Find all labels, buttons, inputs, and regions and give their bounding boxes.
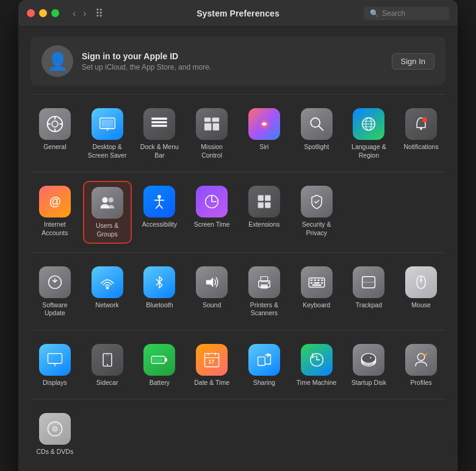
extensions-icon xyxy=(248,186,280,217)
pref-item-extensions[interactable]: Extensions xyxy=(240,181,289,243)
system-preferences-window: ‹ › ⠿ System Preferences 🔍 👤 Sign in to … xyxy=(18,0,458,471)
prefs-grid-section-2: @Internet AccountsUsers & GroupsAccessib… xyxy=(31,177,445,247)
pref-item-datetime[interactable]: 17Date & Time xyxy=(187,339,236,391)
pref-item-bluetooth[interactable]: Bluetooth xyxy=(135,261,184,321)
apple-id-banner[interactable]: 👤 Sign in to your Apple ID Set up iCloud… xyxy=(31,37,445,86)
pref-item-accessibility[interactable]: Accessibility xyxy=(135,181,184,243)
profiles-label: Profiles xyxy=(411,379,432,387)
section-divider-1 xyxy=(31,94,445,95)
svg-rect-38 xyxy=(258,202,263,208)
pref-item-notifications[interactable]: Notifications xyxy=(397,103,445,163)
extensions-label: Extensions xyxy=(248,221,279,229)
minimize-button[interactable] xyxy=(39,9,47,17)
mouse-icon xyxy=(405,266,437,298)
spotlight-label: Spotlight xyxy=(304,143,329,152)
trackpad-icon xyxy=(353,266,384,298)
timemachine-icon xyxy=(301,344,333,376)
svg-rect-10 xyxy=(152,118,167,120)
svg-rect-44 xyxy=(261,284,268,288)
search-input[interactable] xyxy=(382,9,443,18)
network-icon xyxy=(92,266,123,298)
pref-item-battery[interactable]: Battery xyxy=(135,339,184,391)
language-icon xyxy=(353,108,384,140)
pref-item-displays[interactable]: Displays xyxy=(31,339,79,391)
apple-id-title: Sign in to your Apple ID xyxy=(82,51,392,61)
printers-label: Printers & Scanners xyxy=(242,301,286,318)
siri-icon xyxy=(248,108,280,140)
pref-item-language[interactable]: Language & Region xyxy=(345,103,394,163)
back-button[interactable]: ‹ xyxy=(70,7,78,20)
pref-item-internet[interactable]: @Internet Accounts xyxy=(31,181,79,243)
svg-rect-52 xyxy=(310,282,312,283)
sign-in-button[interactable]: Sign In xyxy=(392,53,435,70)
svg-rect-39 xyxy=(265,202,270,208)
pref-item-spotlight[interactable]: Spotlight xyxy=(292,103,341,163)
sharing-label: Sharing xyxy=(253,379,275,387)
grid-view-button[interactable]: ⠿ xyxy=(95,7,103,20)
pref-item-siri[interactable]: Siri xyxy=(240,103,289,163)
pref-item-general[interactable]: General xyxy=(31,103,79,163)
accessibility-label: Accessibility xyxy=(142,221,177,229)
svg-rect-16 xyxy=(213,123,219,131)
security-icon xyxy=(301,186,333,217)
svg-point-28 xyxy=(102,197,107,203)
section-divider-2 xyxy=(31,172,445,172)
pref-item-sharing[interactable]: Sharing xyxy=(240,339,289,391)
svg-rect-54 xyxy=(321,282,323,283)
pref-item-sidecar[interactable]: Sidecar xyxy=(83,339,132,391)
pref-item-mission[interactable]: Mission Control xyxy=(187,103,236,163)
svg-point-59 xyxy=(420,279,422,280)
pref-item-keyboard[interactable]: Keyboard xyxy=(292,261,341,321)
bluetooth-label: Bluetooth xyxy=(146,301,173,310)
cds-icon xyxy=(39,413,71,445)
pref-item-cds[interactable]: CDs & DVDs xyxy=(31,408,79,460)
pref-item-software[interactable]: Software Update xyxy=(31,261,79,321)
search-bar[interactable]: 🔍 xyxy=(364,7,449,20)
battery-label: Battery xyxy=(150,379,170,387)
pref-item-profiles[interactable]: Profiles xyxy=(397,339,445,391)
desktop-icon xyxy=(92,108,123,140)
software-label: Software Update xyxy=(33,301,77,318)
language-label: Language & Region xyxy=(347,143,391,159)
section-divider-5 xyxy=(31,399,445,400)
svg-rect-48 xyxy=(310,279,312,280)
pref-item-startup[interactable]: Startup Disk xyxy=(345,339,394,391)
pref-item-security[interactable]: Security & Privacy xyxy=(292,181,341,243)
svg-point-64 xyxy=(106,364,107,365)
pref-item-users[interactable]: Users & Groups xyxy=(83,181,132,243)
svg-point-30 xyxy=(157,195,161,199)
svg-point-41 xyxy=(106,286,109,289)
network-label: Network xyxy=(95,301,119,310)
datetime-label: Date & Time xyxy=(194,379,229,387)
svg-point-1 xyxy=(52,121,58,127)
pref-item-dock[interactable]: Dock & Menu Bar xyxy=(135,103,184,163)
pref-item-timemachine[interactable]: Time Machine xyxy=(292,339,341,391)
svg-line-19 xyxy=(319,126,323,131)
pref-item-mouse[interactable]: Mouse xyxy=(397,261,445,321)
svg-marker-42 xyxy=(206,277,214,287)
svg-rect-53 xyxy=(314,282,319,283)
close-button[interactable] xyxy=(27,9,35,17)
section-divider-4 xyxy=(31,330,445,330)
pref-item-desktop[interactable]: Desktop & Screen Saver xyxy=(83,103,132,163)
general-label: General xyxy=(43,143,66,152)
notifications-label: Notifications xyxy=(404,143,439,152)
svg-rect-68 xyxy=(153,357,162,362)
svg-point-46 xyxy=(268,282,269,283)
pref-item-network[interactable]: Network xyxy=(83,261,132,321)
pref-item-sound[interactable]: Sound xyxy=(187,261,236,321)
sidecar-label: Sidecar xyxy=(96,379,118,387)
pref-item-trackpad[interactable]: Trackpad xyxy=(345,261,394,321)
pref-item-printers[interactable]: Printers & Scanners xyxy=(240,261,289,321)
svg-point-83 xyxy=(54,428,56,429)
svg-rect-12 xyxy=(152,125,167,126)
pref-item-screentime[interactable]: Screen Time xyxy=(187,181,236,243)
keyboard-icon xyxy=(301,266,333,298)
users-label: Users & Groups xyxy=(87,222,128,238)
software-icon xyxy=(39,266,71,298)
mission-icon xyxy=(196,108,228,140)
svg-point-29 xyxy=(108,198,113,203)
maximize-button[interactable] xyxy=(51,9,59,17)
svg-rect-60 xyxy=(48,353,62,363)
forward-button[interactable]: › xyxy=(81,7,88,20)
